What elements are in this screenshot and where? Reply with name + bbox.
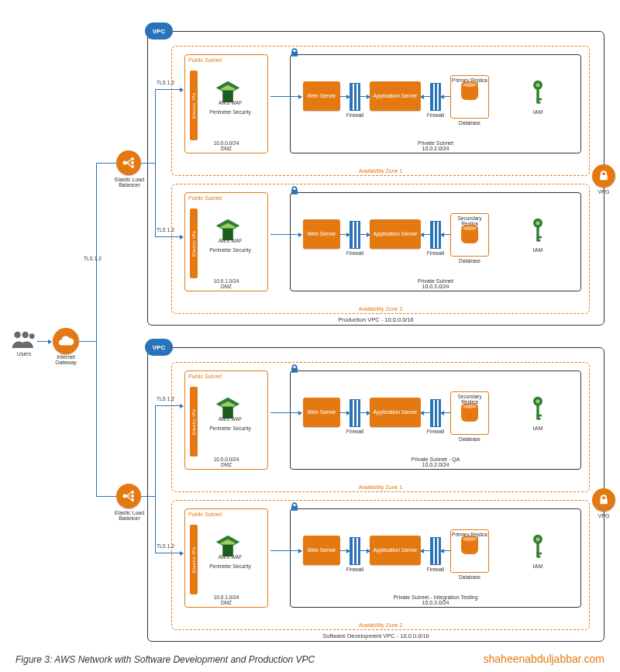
aws-waf-label: AWS WAF xyxy=(208,100,252,105)
vpg-label: VPG xyxy=(592,513,615,519)
tls-label: TLS 1.2 xyxy=(157,80,174,85)
public-subnet: Public Subnet Elastic IPs AWS WAF Perime… xyxy=(184,192,268,291)
connector xyxy=(96,496,116,497)
connector xyxy=(270,96,301,97)
svg-point-27 xyxy=(536,399,539,403)
connector xyxy=(340,234,350,235)
public-subnet-title: Public Subnet xyxy=(185,371,267,379)
iam-key-icon xyxy=(531,218,545,244)
private-label: Private Subnet - QA xyxy=(412,457,460,462)
svg-rect-10 xyxy=(536,102,540,104)
connector xyxy=(155,236,183,237)
vpc-footer: Software Development VPC - 10.0.0.0/16 xyxy=(148,632,604,639)
svg-point-22 xyxy=(131,165,134,168)
svg-point-0 xyxy=(14,332,21,339)
svg-point-7 xyxy=(536,83,539,87)
elastic-ips: Elastic IPs xyxy=(190,525,198,594)
cidr: 10.0.0.0/24 xyxy=(214,457,239,462)
connector xyxy=(155,405,156,553)
connector xyxy=(155,89,156,236)
iam-key-icon xyxy=(531,396,545,422)
firewall-icon xyxy=(350,221,360,249)
aws-waf-label: AWS WAF xyxy=(208,416,252,422)
private-cidr: 10.0.2.0/24 xyxy=(422,146,449,151)
application-server: Application Server xyxy=(370,81,421,111)
vpc-production: VPC Production VPC - 10.0.0.0/16 Availab… xyxy=(147,31,604,326)
svg-rect-37 xyxy=(536,553,542,555)
db-bottom: Database xyxy=(450,574,489,580)
connector xyxy=(340,96,350,97)
svg-point-1 xyxy=(22,332,29,339)
svg-point-35 xyxy=(536,537,539,541)
svg-rect-18 xyxy=(536,240,540,242)
connector xyxy=(155,89,183,90)
connector xyxy=(441,412,450,413)
connector xyxy=(155,553,183,553)
db-bottom: Database xyxy=(450,436,489,442)
public-subnet: Public Subnet Elastic IPs AWS WAF Perime… xyxy=(184,508,268,608)
iam-key-icon xyxy=(531,534,545,560)
web-server: Web Server xyxy=(303,219,340,249)
database-icon xyxy=(461,539,478,554)
connector xyxy=(270,234,301,235)
connector xyxy=(360,96,370,97)
connector xyxy=(141,163,155,164)
perimeter-label: Perimeter Security xyxy=(207,247,253,253)
cidr: 10.0.1.0/24 xyxy=(214,278,239,284)
connector xyxy=(441,96,450,97)
public-subnet-title: Public Subnet xyxy=(185,193,267,201)
az-label: Availability Zone 2 xyxy=(172,306,589,312)
firewall-label: Firewall xyxy=(424,250,447,256)
connector xyxy=(270,412,301,413)
database-icon xyxy=(461,84,478,100)
connector xyxy=(360,234,370,235)
users-icon: Users xyxy=(11,329,37,357)
dmz: DMZ xyxy=(221,462,232,467)
az-label: Availability Zone 2 xyxy=(172,622,589,628)
az-label: Availability Zone 1 xyxy=(172,484,589,490)
firewall-label: Firewall xyxy=(343,250,367,256)
svg-point-15 xyxy=(536,221,539,225)
connector xyxy=(37,341,51,342)
svg-point-40 xyxy=(131,491,134,494)
connector xyxy=(421,234,430,235)
elastic-ips: Elastic IPs xyxy=(190,208,198,278)
connector xyxy=(96,163,97,496)
public-subnet-title: Public Subnet xyxy=(185,55,267,63)
application-server: Application Server xyxy=(370,536,421,565)
tls-label: TLS 1.2 xyxy=(157,227,174,233)
elb-label: Elastic Load Balancer xyxy=(107,510,152,521)
database-block: Secondary Replica xyxy=(450,391,489,435)
connector xyxy=(441,550,450,551)
tls-label: TLS 1.2 xyxy=(84,256,102,261)
iam-label: IAM xyxy=(525,426,551,431)
iam-key-icon xyxy=(531,80,545,106)
svg-rect-28 xyxy=(536,405,539,419)
aws-waf-label: AWS WAF xyxy=(208,238,252,243)
iam-label: IAM xyxy=(525,109,551,115)
elastic-load-balancer-icon xyxy=(116,484,141,508)
tls-label: TLS 1.2 xyxy=(157,543,174,549)
az-label: Availability Zone 1 xyxy=(172,168,589,174)
connector xyxy=(360,412,370,413)
svg-point-20 xyxy=(131,157,134,160)
connector xyxy=(421,550,430,551)
lock-icon xyxy=(289,47,300,58)
connector xyxy=(421,96,430,97)
perimeter-label: Perimeter Security xyxy=(207,426,253,431)
database-icon xyxy=(461,406,478,422)
private-subnet: Private Subnet10.0.3.0/24 Web Server Fir… xyxy=(290,192,581,291)
database-block: Primary Replica xyxy=(450,529,489,573)
connector xyxy=(340,550,350,551)
availability-zone-1: Availability Zone 1 Public Subnet Elasti… xyxy=(171,46,590,176)
firewall-icon xyxy=(430,221,441,249)
vpc-tag: VPC xyxy=(145,22,173,40)
figure-caption: Figure 3: AWS Network with Software Deve… xyxy=(16,654,315,665)
firewall-label: Firewall xyxy=(424,567,447,572)
db-bottom: Database xyxy=(450,120,489,126)
elastic-ips: Elastic IPs xyxy=(190,71,198,140)
connector xyxy=(141,496,155,497)
svg-rect-17 xyxy=(536,236,542,239)
firewall-label: Firewall xyxy=(424,112,447,118)
perimeter-label: Perimeter Security xyxy=(207,563,253,569)
